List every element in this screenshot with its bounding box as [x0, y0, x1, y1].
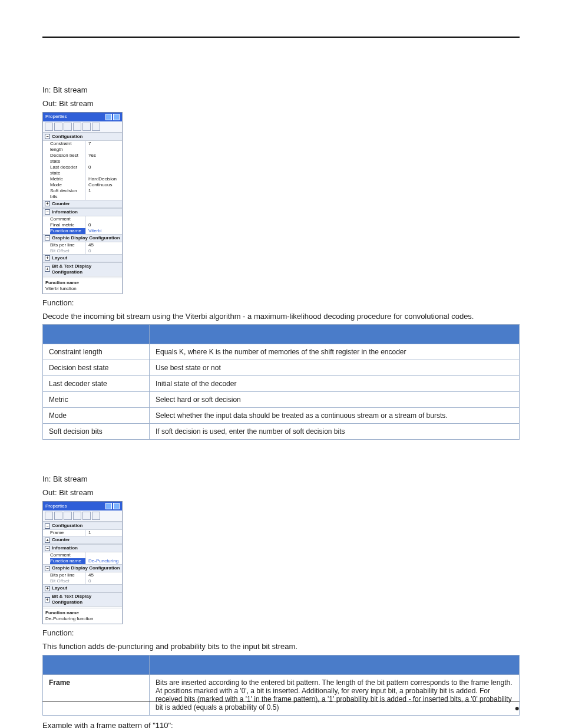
group-layout[interactable]: +Layout [43, 584, 122, 592]
toolbar-btn[interactable] [64, 123, 72, 131]
properties-toolbar [43, 510, 122, 522]
group-gdc[interactable]: −Graphic Display Configuration [43, 564, 122, 572]
toolbar-btn[interactable] [82, 123, 91, 131]
group-information[interactable]: −Information [43, 208, 122, 216]
toolbar-btn[interactable] [45, 512, 53, 520]
group-counter[interactable]: +Counter [43, 200, 122, 208]
table-row: Last decoder stateInitial state of the d… [43, 376, 520, 392]
table-row: ModeSelect whether the input data should… [43, 408, 520, 424]
top-rule [42, 37, 520, 38]
properties-title-text: Properties [45, 503, 67, 509]
in-label-1: In: Bit stream [42, 85, 520, 96]
prop-row-selected[interactable]: Function nameViterbi [43, 228, 122, 234]
toolbar-btn[interactable] [92, 512, 100, 520]
toolbar-btn[interactable] [64, 512, 72, 520]
prop-row[interactable]: Bits per line45 [43, 572, 122, 578]
toolbar-btn[interactable] [45, 123, 53, 131]
collapse-icon[interactable]: − [45, 566, 50, 571]
close-icon[interactable] [113, 503, 120, 509]
in-label-2: In: Bit stream [42, 474, 520, 485]
page: In: Bit stream Out: Bit stream Propertie… [0, 0, 562, 728]
toolbar-btn[interactable] [82, 512, 91, 520]
group-layout[interactable]: +Layout [43, 254, 122, 262]
parameter-table-1: Constraint lengthEquals K, where K is th… [42, 324, 520, 440]
prop-row-selected[interactable]: Function nameDe-Puncturing [43, 558, 122, 564]
expand-icon[interactable]: + [45, 266, 50, 272]
function-desc-2: This function adds de-puncturing and pro… [42, 641, 520, 653]
collapse-icon[interactable]: − [45, 134, 50, 139]
prop-row[interactable]: Final metric0 [43, 222, 122, 228]
parameter-table-2: FrameBits are inserted according to the … [42, 655, 520, 716]
table-row: Soft decision bitsIf soft decision is us… [43, 424, 520, 440]
close-icon[interactable] [113, 114, 120, 120]
expand-icon[interactable]: + [45, 597, 50, 602]
table-row: FrameBits are inserted according to the … [43, 674, 520, 715]
expand-icon[interactable]: + [45, 586, 50, 591]
footer-bullet-icon: ● [515, 703, 520, 713]
expand-icon[interactable]: + [45, 201, 50, 206]
expand-icon[interactable]: + [45, 538, 50, 543]
expand-icon[interactable]: + [45, 255, 50, 261]
group-configuration[interactable]: −Configuration [43, 133, 122, 141]
function-label-2: Function: [42, 628, 520, 639]
properties-panel-1: Properties −Configuration Constraint len… [42, 112, 123, 294]
function-desc-1: Decode the incoming bit stream using the… [42, 311, 520, 322]
toolbar-btn[interactable] [54, 123, 62, 131]
prop-row[interactable]: Bit Offset0 [43, 578, 122, 584]
properties-titlebar: Properties [43, 502, 122, 510]
group-counter[interactable]: +Counter [43, 536, 122, 544]
toolbar-btn[interactable] [54, 512, 62, 520]
group-configuration[interactable]: −Configuration [43, 522, 122, 530]
group-gdc[interactable]: −Graphic Display Configuration [43, 234, 122, 242]
out-label-1: Out: Bit stream [42, 98, 520, 110]
prop-row[interactable]: Comment [43, 216, 122, 222]
group-btdc[interactable]: +Bit & Text Display Configuration [43, 592, 122, 607]
properties-footer: Function name Viterbi function [43, 278, 122, 294]
collapse-icon[interactable]: − [45, 546, 50, 551]
properties-title-text: Properties [45, 114, 67, 120]
properties-footer: Function name De-Puncturing function [43, 608, 122, 624]
table-row: Constraint lengthEquals K, where K is th… [43, 344, 520, 360]
prop-row[interactable]: Soft decision bits1 [43, 188, 122, 200]
pin-icon[interactable] [105, 114, 112, 120]
table-row: MetricSelect hard or soft decision [43, 392, 520, 408]
prop-row[interactable]: Decision best stateYes [43, 153, 122, 164]
properties-toolbar [43, 121, 122, 133]
footer-rule [42, 701, 520, 702]
collapse-icon[interactable]: − [45, 523, 50, 529]
collapse-icon[interactable]: − [45, 235, 50, 241]
table-row: Decision best stateUse best state or not [43, 360, 520, 376]
prop-row[interactable]: Constraint length7 [43, 141, 122, 153]
group-btdc[interactable]: +Bit & Text Display Configuration [43, 262, 122, 276]
prop-row[interactable]: MetricHardDecision [43, 176, 122, 182]
function-label-1: Function: [42, 298, 520, 309]
prop-row[interactable]: ModeContinuous [43, 182, 122, 188]
prop-row[interactable]: Bit Offset0 [43, 248, 122, 254]
toolbar-btn[interactable] [73, 123, 81, 131]
prop-row[interactable]: Frame1 [43, 530, 122, 536]
toolbar-btn[interactable] [73, 512, 81, 520]
example-heading: Example with a frame pattern of "110": [42, 720, 520, 728]
prop-row[interactable]: Bits per line45 [43, 242, 122, 248]
group-information[interactable]: −Information [43, 544, 122, 552]
pin-icon[interactable] [105, 503, 112, 509]
collapse-icon[interactable]: − [45, 209, 50, 215]
toolbar-btn[interactable] [92, 123, 100, 131]
prop-row[interactable]: Comment [43, 552, 122, 558]
out-label-2: Out: Bit stream [42, 487, 520, 499]
properties-titlebar: Properties [43, 113, 122, 121]
prop-row[interactable]: Last decoder state0 [43, 164, 122, 176]
properties-panel-2: Properties −Configuration Frame1 +Counte… [42, 501, 123, 624]
